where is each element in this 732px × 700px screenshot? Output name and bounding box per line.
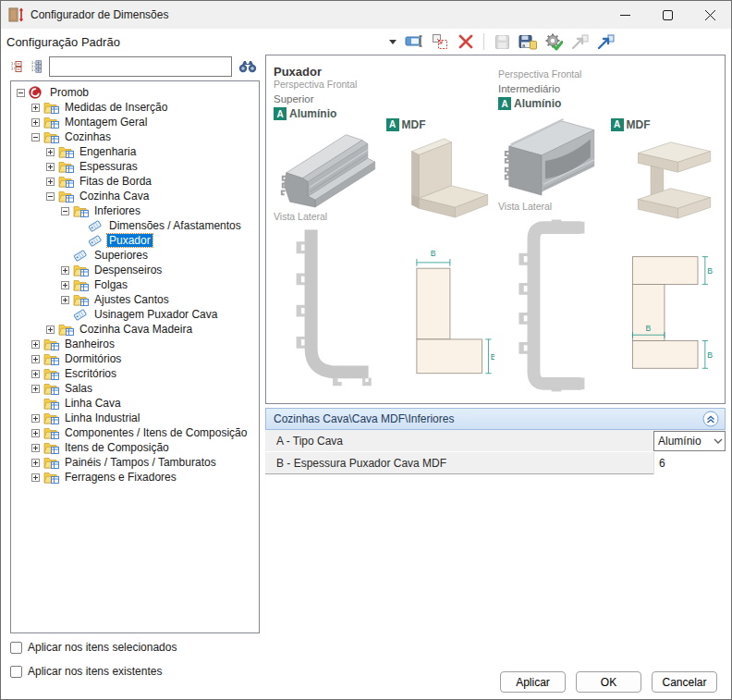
tree-expander-minus[interactable] [17, 89, 25, 97]
collapse-all-button[interactable] [8, 58, 25, 75]
tree-item-label[interactable]: Despenseiros [92, 264, 164, 276]
tree-expander-minus[interactable] [46, 192, 55, 201]
tree-item[interactable]: Ajustes Cantos [13, 292, 259, 307]
tree-item-label[interactable]: Linha Industrial [63, 411, 141, 424]
tree-item-label[interactable]: Usinagem Puxador Cava [92, 308, 219, 321]
tree-item[interactable]: Painéis / Tampos / Tamburatos [13, 455, 259, 470]
import-configuration-button[interactable] [569, 31, 590, 52]
collapse-properties-button[interactable] [702, 411, 719, 427]
tree-expander-plus[interactable] [31, 385, 40, 393]
tree-item[interactable]: Cozinha Cava Madeira [13, 322, 259, 337]
tree-item[interactable]: Espessuras [13, 159, 259, 174]
expand-all-button[interactable] [29, 58, 45, 75]
tree-item-label[interactable]: Cozinha Cava Madeira [78, 323, 194, 336]
apply-button[interactable]: Aplicar [500, 671, 566, 693]
duplicate-configuration-button[interactable] [430, 31, 450, 52]
tree-item[interactable]: Engenharia [13, 144, 259, 159]
tree-item[interactable]: Folgas [13, 277, 259, 292]
tree-item-label[interactable]: Promob [48, 86, 91, 99]
tree-expander-plus[interactable] [46, 178, 55, 186]
tree-item[interactable]: Promob [13, 85, 259, 100]
apply-settings-button[interactable] [543, 31, 564, 52]
save-button[interactable] [492, 31, 512, 52]
tree-item-label[interactable]: Espessuras [78, 160, 140, 173]
tree-item[interactable]: Linha Industrial [13, 411, 259, 425]
tree-expander-minus[interactable] [61, 207, 69, 215]
search-button[interactable] [236, 57, 260, 76]
tree-item[interactable]: Linha Cava [13, 396, 259, 411]
tree-item-label[interactable]: Cozinha Cava [78, 190, 151, 203]
tree-item[interactable]: Dimensões / Afastamentos [13, 218, 259, 233]
tree-expander-plus[interactable] [31, 340, 40, 349]
rename-configuration-button[interactable] [404, 31, 424, 52]
tree-expander-plus[interactable] [46, 163, 55, 171]
tree-item-label[interactable]: Salas [63, 382, 94, 395]
tree-item-label[interactable]: Linha Cava [63, 397, 123, 410]
delete-configuration-button[interactable] [456, 31, 476, 52]
tree-item[interactable]: Cozinhas [13, 129, 259, 144]
tree-item[interactable]: Escritórios [13, 366, 259, 381]
tree-item-label[interactable]: Escritórios [63, 367, 118, 380]
tree-item-label[interactable]: Superiores [92, 249, 150, 262]
tree-item[interactable]: Banheiros [13, 337, 259, 351]
minimize-button[interactable] [604, 1, 646, 29]
tree-expander-plus[interactable] [61, 266, 69, 275]
tree-item-label[interactable]: Ferragens e Fixadores [63, 471, 178, 484]
configuration-combobox[interactable]: Configuração Padrão [1, 31, 400, 52]
tree-expander-minus[interactable] [31, 133, 40, 141]
tree-item[interactable]: Inferiores [13, 203, 259, 218]
tree-item-label[interactable]: Cozinhas [63, 130, 113, 143]
tree-item-label[interactable]: Folgas [92, 278, 129, 291]
tree-item[interactable]: Montagem Geral [13, 115, 259, 129]
tree-item-label[interactable]: Fitas de Borda [78, 175, 153, 188]
tree-item[interactable]: Itens de Composição [13, 440, 259, 455]
tree-item-label[interactable]: Itens de Composição [63, 441, 171, 454]
tree-item[interactable]: Superiores [13, 248, 259, 263]
tipo-cava-select[interactable]: Alumínio [653, 431, 726, 451]
tree-item-label[interactable]: Engenharia [78, 145, 138, 158]
tree-item-label[interactable]: Inferiores [92, 204, 142, 217]
tree-expander-plus[interactable] [46, 325, 55, 334]
tree-item[interactable]: Dormitórios [13, 351, 259, 366]
export-configuration-button[interactable] [595, 31, 616, 52]
tree-item[interactable]: Ferragens e Fixadores [13, 470, 259, 485]
tree-expander-plus[interactable] [31, 444, 40, 452]
ok-button[interactable]: OK [576, 671, 641, 693]
cancel-button[interactable]: Cancelar [652, 671, 717, 693]
tree-item[interactable]: Despenseiros [13, 263, 259, 277]
maximize-button[interactable] [646, 1, 689, 29]
tree-expander-plus[interactable] [31, 370, 40, 378]
tree-item-label[interactable]: Montagem Geral [63, 116, 149, 129]
tree-item[interactable]: Usinagem Puxador Cava [13, 307, 259, 322]
tree-item-label[interactable]: Puxador [107, 234, 152, 247]
tree-item[interactable]: Medidas de Inserção [13, 100, 259, 115]
tree-expander-plus[interactable] [46, 148, 55, 156]
tree-item-label[interactable]: Dimensões / Afastamentos [107, 219, 243, 232]
apply-selected-checkbox[interactable] [10, 642, 22, 654]
close-button[interactable] [689, 1, 731, 29]
tree-item-label[interactable]: Banheiros [63, 338, 116, 350]
tree-item-label[interactable]: Componentes / Itens de Composição [63, 426, 249, 439]
tree-expander-plus[interactable] [31, 459, 40, 467]
tree-item[interactable]: Componentes / Itens de Composição [13, 425, 259, 440]
espessura-value-input[interactable]: 6 [653, 452, 726, 474]
tree-expander-plus[interactable] [31, 355, 40, 363]
tree-expander-plus[interactable] [31, 118, 40, 127]
tree-expander-plus[interactable] [61, 281, 69, 289]
tree-item-label[interactable]: Painéis / Tampos / Tamburatos [63, 456, 218, 469]
save-as-button[interactable]: a [518, 31, 538, 52]
tree-item[interactable]: Salas [13, 381, 259, 396]
tree-item[interactable]: Puxador [13, 233, 259, 248]
tree-expander-plus[interactable] [61, 296, 69, 304]
tree-item-label[interactable]: Medidas de Inserção [63, 101, 169, 114]
tree-expander-plus[interactable] [31, 414, 40, 423]
tree-expander-plus[interactable] [31, 429, 40, 437]
tree-expander-plus[interactable] [31, 104, 40, 112]
tree-item[interactable]: Cozinha Cava [13, 189, 259, 203]
tree-item-label[interactable]: Ajustes Cantos [92, 293, 171, 306]
tree-search-input[interactable] [49, 56, 232, 77]
tree-item-label[interactable]: Dormitórios [63, 352, 123, 365]
tree-item[interactable]: Fitas de Borda [13, 174, 259, 189]
apply-existing-checkbox[interactable] [10, 666, 22, 678]
tree-expander-plus[interactable] [31, 473, 40, 482]
